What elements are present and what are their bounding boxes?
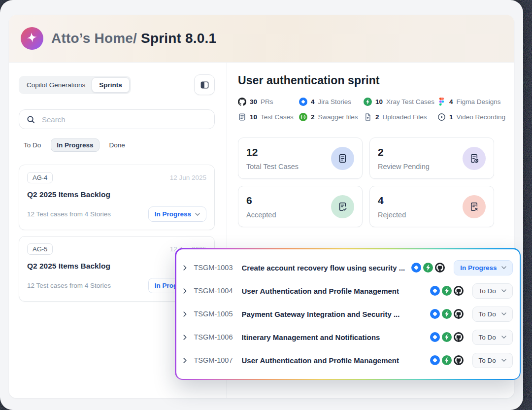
tab-sprints[interactable]: Sprints — [92, 77, 130, 93]
sprint-card[interactable]: AG-4 12 Jun 2025 Q2 2025 Items Backlog 1… — [19, 165, 215, 230]
rejected-icon — [463, 195, 486, 218]
summary-value: 6 — [246, 195, 276, 206]
sprint-heading: User authentication sprint — [238, 74, 514, 87]
stat-label: Xray Test Cases — [386, 98, 434, 105]
source-icons — [430, 355, 464, 365]
status-label: To Do — [479, 357, 496, 364]
uploaded-files-icon — [364, 113, 372, 121]
xray-icon — [442, 286, 452, 296]
sparkle-icon — [24, 30, 40, 47]
chevron-right-icon[interactable] — [183, 358, 194, 363]
summary-label: Total Test Cases — [246, 163, 299, 171]
breadcrumb-sprint: Sprint 8.0.1 — [141, 31, 216, 46]
test-case-title: Itinerary Management and Notifications — [242, 333, 430, 342]
rejected-card: 4 Rejected — [369, 186, 494, 227]
status-dropdown[interactable]: In Progress — [454, 260, 512, 275]
jira-icon — [430, 355, 440, 365]
status-label: To Do — [479, 334, 496, 341]
stat-swagger-files: 2 Swagger files — [299, 113, 364, 121]
filter-todo[interactable]: To Do — [19, 138, 46, 152]
github-icon — [238, 98, 246, 106]
summary-label: Review Pending — [378, 163, 430, 171]
status-dropdown[interactable]: To Do — [472, 330, 513, 345]
chevron-down-icon — [195, 213, 200, 216]
stat-prs: 30 PRs — [238, 98, 299, 106]
search-input[interactable] — [41, 115, 207, 124]
stat-count: 10 — [250, 113, 257, 121]
source-icons — [411, 263, 445, 273]
summary-label: Accepted — [246, 211, 276, 219]
jira-icon — [430, 309, 440, 319]
panel-toggle-icon — [200, 80, 209, 90]
test-case-row[interactable]: TSGM-1004 User Authentication and Profil… — [183, 283, 513, 299]
summary-cards: 12 Total Test Cases 2 Review Pending — [238, 137, 494, 227]
stat-test-cases: 10 Test Cases — [238, 113, 299, 121]
status-dropdown[interactable]: In Progress — [148, 206, 206, 222]
status-filters: To Do In Progress Done — [19, 138, 215, 152]
chevron-right-icon[interactable] — [183, 265, 194, 271]
source-icons — [430, 332, 464, 342]
stat-count: 2 — [375, 113, 379, 121]
test-case-key: TSGM-1004 — [194, 287, 242, 295]
chevron-down-icon — [501, 336, 506, 339]
xray-icon — [442, 332, 452, 342]
stat-uploaded-files: 2 Uploaded Files — [364, 113, 437, 121]
video-icon — [437, 113, 446, 121]
sidebar-collapse-button[interactable] — [194, 74, 215, 95]
tab-copilot-generations[interactable]: Copilot Generations — [20, 77, 92, 93]
search-bar[interactable] — [19, 109, 215, 129]
app-header: Atto’s Home/ Sprint 8.0.1 — [9, 15, 514, 63]
summary-value: 4 — [378, 195, 406, 206]
stat-count: 1 — [449, 113, 453, 121]
xray-icon — [423, 263, 433, 273]
card-subtitle: 12 Test cases from 4 Stories — [27, 210, 111, 218]
github-icon — [454, 309, 464, 319]
test-case-title: User Authentication and Profile Manageme… — [242, 356, 430, 365]
summary-value: 12 — [246, 146, 299, 158]
test-case-row[interactable]: TSGM-1006 Itinerary Management and Notif… — [183, 330, 513, 345]
github-icon — [454, 332, 464, 342]
filter-in-progress[interactable]: In Progress — [51, 138, 99, 152]
test-case-title: User Authentication and Profile Manageme… — [242, 287, 430, 295]
test-case-row[interactable]: TSGM-1007 User Authentication and Profil… — [183, 353, 513, 368]
stat-label: Swagger files — [318, 113, 358, 121]
stat-figma-designs: 4 Figma Designs — [437, 98, 514, 106]
test-case-key: TSGM-1005 — [194, 310, 242, 318]
status-label: To Do — [479, 310, 496, 318]
test-case-key: TSGM-1003 — [194, 264, 242, 272]
jira-icon — [430, 332, 440, 342]
issue-key-badge: AG-4 — [27, 172, 53, 183]
stat-label: Uploaded Files — [383, 113, 427, 121]
test-case-title: Create account recovery flow using secur… — [242, 264, 412, 272]
chevron-right-icon[interactable] — [183, 288, 194, 294]
filter-done[interactable]: Done — [104, 138, 130, 152]
stat-count: 2 — [311, 113, 315, 121]
jira-icon — [430, 286, 440, 296]
stat-label: PRs — [261, 98, 273, 105]
source-icons — [430, 286, 464, 296]
chevron-right-icon[interactable] — [183, 335, 194, 340]
breadcrumb-home: Atto’s Home/ — [51, 31, 137, 46]
status-label: In Progress — [460, 264, 497, 272]
status-dropdown[interactable]: To Do — [472, 283, 513, 299]
chevron-down-icon — [501, 312, 506, 315]
review-pending-icon — [463, 147, 486, 170]
status-dropdown[interactable]: To Do — [472, 353, 513, 368]
chevron-down-icon — [501, 359, 506, 362]
issue-key-badge: AG-5 — [27, 243, 53, 255]
sprint-stats: 30 PRs 4 Jira Stories 10 — [238, 98, 514, 121]
github-icon — [454, 286, 464, 296]
stat-label: Jira Stories — [318, 98, 352, 105]
status-dropdown[interactable]: To Do — [472, 307, 513, 322]
accepted-icon — [331, 195, 354, 218]
test-cases-list: TSGM-1003 Create account recovery flow u… — [176, 249, 520, 379]
test-case-row[interactable]: TSGM-1003 Create account recovery flow u… — [183, 260, 513, 275]
summary-label: Rejected — [378, 211, 406, 219]
figma-icon — [437, 98, 446, 106]
page-title: Atto’s Home/ Sprint 8.0.1 — [51, 31, 216, 46]
test-case-key: TSGM-1007 — [194, 356, 242, 364]
stat-video-recording: 1 Video Recording — [437, 113, 514, 121]
test-case-row[interactable]: TSGM-1005 Payment Gateway Integration an… — [183, 307, 513, 322]
chevron-right-icon[interactable] — [183, 311, 194, 317]
stat-label: Test Cases — [261, 113, 294, 121]
